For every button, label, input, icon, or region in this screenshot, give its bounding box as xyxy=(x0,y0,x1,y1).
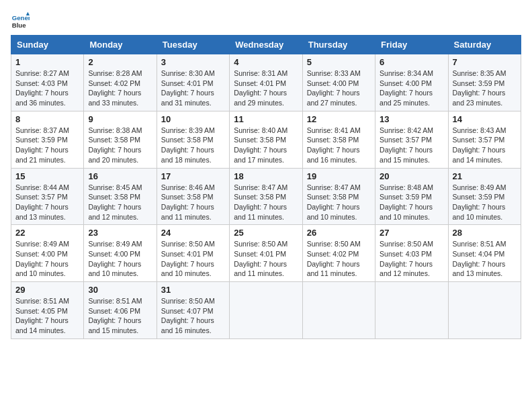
calendar-cell: 16Sunrise: 8:45 AMSunset: 3:58 PMDayligh… xyxy=(84,168,157,225)
day-number: 14 xyxy=(453,114,517,124)
calendar-week-4: 22Sunrise: 8:49 AMSunset: 4:00 PMDayligh… xyxy=(11,225,521,282)
cell-text: Daylight: 7 hours and 10 minutes. xyxy=(453,202,517,222)
cell-text: Daylight: 7 hours and 20 minutes. xyxy=(88,145,152,165)
calendar-cell: 20Sunrise: 8:48 AMSunset: 3:59 PMDayligh… xyxy=(375,168,448,225)
calendar-week-3: 15Sunrise: 8:44 AMSunset: 3:57 PMDayligh… xyxy=(11,168,521,225)
calendar-cell: 1Sunrise: 8:27 AMSunset: 4:03 PMDaylight… xyxy=(11,54,84,111)
svg-text:Blue: Blue xyxy=(12,21,26,29)
cell-text: Sunrise: 8:43 AM xyxy=(453,126,517,136)
cell-text: Sunrise: 8:50 AM xyxy=(380,239,443,249)
cell-text: Sunrise: 8:33 AM xyxy=(307,68,371,79)
calendar-cell: 22Sunrise: 8:49 AMSunset: 4:00 PMDayligh… xyxy=(11,225,84,282)
calendar-cell: 3Sunrise: 8:30 AMSunset: 4:01 PMDaylight… xyxy=(157,54,229,111)
cell-text: Sunset: 4:02 PM xyxy=(88,79,152,89)
calendar-cell: 24Sunrise: 8:50 AMSunset: 4:01 PMDayligh… xyxy=(157,225,229,282)
cell-text: Sunrise: 8:49 AM xyxy=(453,183,517,193)
cell-text: Daylight: 7 hours and 31 minutes. xyxy=(161,88,225,107)
cell-text: Daylight: 7 hours and 14 minutes. xyxy=(453,145,517,165)
cell-text: Sunset: 4:04 PM xyxy=(453,249,517,259)
cell-text: Sunrise: 8:49 AM xyxy=(88,239,152,249)
cell-text: Sunset: 4:05 PM xyxy=(15,306,79,316)
cell-text: Daylight: 7 hours and 27 minutes. xyxy=(307,88,371,107)
cell-text: Sunset: 4:01 PM xyxy=(161,79,225,89)
cell-text: Sunset: 3:58 PM xyxy=(161,192,225,202)
cell-text: Sunrise: 8:38 AM xyxy=(88,126,152,136)
calendar-table: SundayMondayTuesdayWednesdayThursdayFrid… xyxy=(11,35,521,339)
cell-text: Daylight: 7 hours and 33 minutes. xyxy=(88,88,152,107)
day-number: 19 xyxy=(307,171,371,181)
calendar-cell: 10Sunrise: 8:39 AMSunset: 3:58 PMDayligh… xyxy=(157,111,229,168)
cell-text: Sunrise: 8:47 AM xyxy=(307,183,371,193)
calendar-cell: 12Sunrise: 8:41 AMSunset: 3:58 PMDayligh… xyxy=(302,111,375,168)
day-number: 29 xyxy=(15,285,79,295)
day-number: 9 xyxy=(88,114,152,124)
day-number: 31 xyxy=(161,285,225,295)
day-number: 26 xyxy=(307,228,371,238)
cell-text: Daylight: 7 hours and 10 minutes. xyxy=(161,259,225,279)
calendar-cell: 5Sunrise: 8:33 AMSunset: 4:00 PMDaylight… xyxy=(302,54,375,111)
cell-text: Daylight: 7 hours and 11 minutes. xyxy=(234,202,298,222)
day-number: 20 xyxy=(380,171,443,181)
cell-text: Sunrise: 8:50 AM xyxy=(234,239,298,249)
cell-text: Sunrise: 8:41 AM xyxy=(307,126,371,136)
cell-text: Sunset: 4:01 PM xyxy=(161,249,225,259)
day-number: 5 xyxy=(307,57,371,67)
day-number: 11 xyxy=(234,114,298,124)
calendar-header-row: SundayMondayTuesdayWednesdayThursdayFrid… xyxy=(11,36,521,54)
cell-text: Sunset: 3:57 PM xyxy=(380,135,443,145)
calendar-cell xyxy=(302,282,375,339)
cell-text: Sunrise: 8:37 AM xyxy=(15,126,79,136)
calendar-cell: 11Sunrise: 8:40 AMSunset: 3:58 PMDayligh… xyxy=(230,111,302,168)
calendar-cell: 28Sunrise: 8:51 AMSunset: 4:04 PMDayligh… xyxy=(448,225,521,282)
calendar-cell: 26Sunrise: 8:50 AMSunset: 4:02 PMDayligh… xyxy=(302,225,375,282)
calendar-cell: 29Sunrise: 8:51 AMSunset: 4:05 PMDayligh… xyxy=(11,282,84,339)
calendar-header-friday: Friday xyxy=(375,36,448,54)
day-number: 21 xyxy=(453,171,517,181)
cell-text: Sunrise: 8:40 AM xyxy=(234,126,298,136)
cell-text: Sunrise: 8:50 AM xyxy=(307,239,371,249)
cell-text: Sunrise: 8:27 AM xyxy=(15,68,79,79)
cell-text: Daylight: 7 hours and 14 minutes. xyxy=(15,316,79,335)
calendar-header-wednesday: Wednesday xyxy=(230,36,302,54)
cell-text: Sunset: 3:58 PM xyxy=(307,192,371,202)
cell-text: Sunrise: 8:34 AM xyxy=(380,68,443,79)
cell-text: Sunset: 3:58 PM xyxy=(88,135,152,145)
calendar-cell xyxy=(448,282,521,339)
calendar-cell: 25Sunrise: 8:50 AMSunset: 4:01 PMDayligh… xyxy=(230,225,302,282)
cell-text: Sunrise: 8:48 AM xyxy=(380,183,443,193)
cell-text: Daylight: 7 hours and 15 minutes. xyxy=(380,145,443,165)
calendar-cell: 8Sunrise: 8:37 AMSunset: 3:59 PMDaylight… xyxy=(11,111,84,168)
day-number: 24 xyxy=(161,228,225,238)
cell-text: Daylight: 7 hours and 16 minutes. xyxy=(161,316,225,335)
cell-text: Sunrise: 8:46 AM xyxy=(161,183,225,193)
calendar-cell: 14Sunrise: 8:43 AMSunset: 3:57 PMDayligh… xyxy=(448,111,521,168)
cell-text: Sunrise: 8:50 AM xyxy=(161,239,225,249)
cell-text: Daylight: 7 hours and 10 minutes. xyxy=(307,202,371,222)
calendar-body: 1Sunrise: 8:27 AMSunset: 4:03 PMDaylight… xyxy=(11,54,521,339)
calendar-cell xyxy=(375,282,448,339)
calendar-header-thursday: Thursday xyxy=(302,36,375,54)
cell-text: Sunset: 3:58 PM xyxy=(234,135,298,145)
cell-text: Sunrise: 8:44 AM xyxy=(15,183,79,193)
cell-text: Daylight: 7 hours and 13 minutes. xyxy=(453,259,517,279)
cell-text: Sunset: 3:59 PM xyxy=(15,135,79,145)
cell-text: Sunrise: 8:45 AM xyxy=(88,183,152,193)
day-number: 18 xyxy=(234,171,298,181)
day-number: 6 xyxy=(380,57,443,67)
cell-text: Sunset: 3:58 PM xyxy=(88,192,152,202)
cell-text: Daylight: 7 hours and 36 minutes. xyxy=(15,88,79,107)
cell-text: Sunset: 3:57 PM xyxy=(453,135,517,145)
cell-text: Daylight: 7 hours and 29 minutes. xyxy=(234,88,298,107)
calendar-week-1: 1Sunrise: 8:27 AMSunset: 4:03 PMDaylight… xyxy=(11,54,521,111)
cell-text: Sunset: 4:00 PM xyxy=(380,79,443,89)
day-number: 16 xyxy=(88,171,152,181)
cell-text: Sunset: 3:58 PM xyxy=(307,135,371,145)
cell-text: Sunset: 4:07 PM xyxy=(161,306,225,316)
day-number: 13 xyxy=(380,114,443,124)
calendar-cell: 23Sunrise: 8:49 AMSunset: 4:00 PMDayligh… xyxy=(84,225,157,282)
cell-text: Sunset: 4:06 PM xyxy=(88,306,152,316)
cell-text: Sunset: 4:03 PM xyxy=(15,79,79,89)
cell-text: Sunset: 4:03 PM xyxy=(380,249,443,259)
logo-icon: General Blue xyxy=(11,11,30,30)
cell-text: Sunrise: 8:39 AM xyxy=(161,126,225,136)
